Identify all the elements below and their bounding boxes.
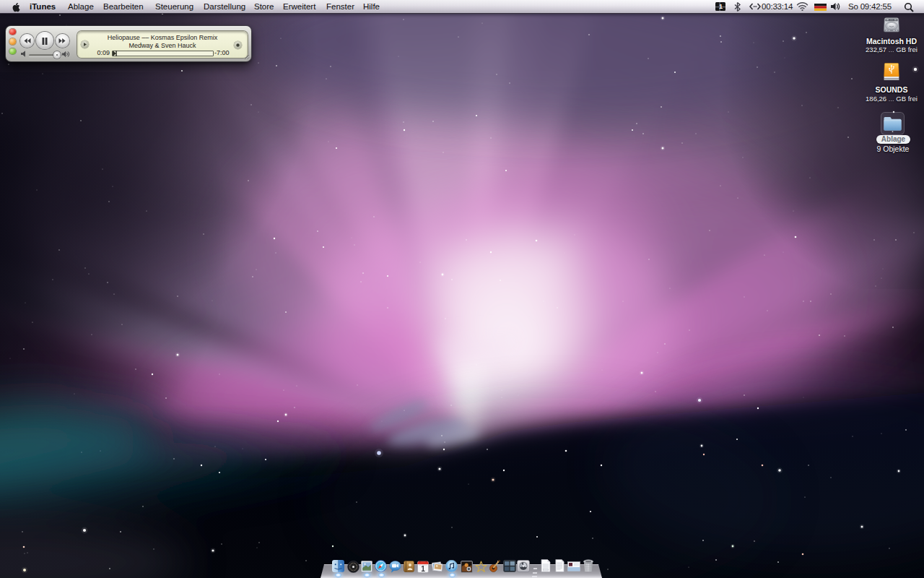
svg-text:1: 1 bbox=[719, 3, 723, 10]
